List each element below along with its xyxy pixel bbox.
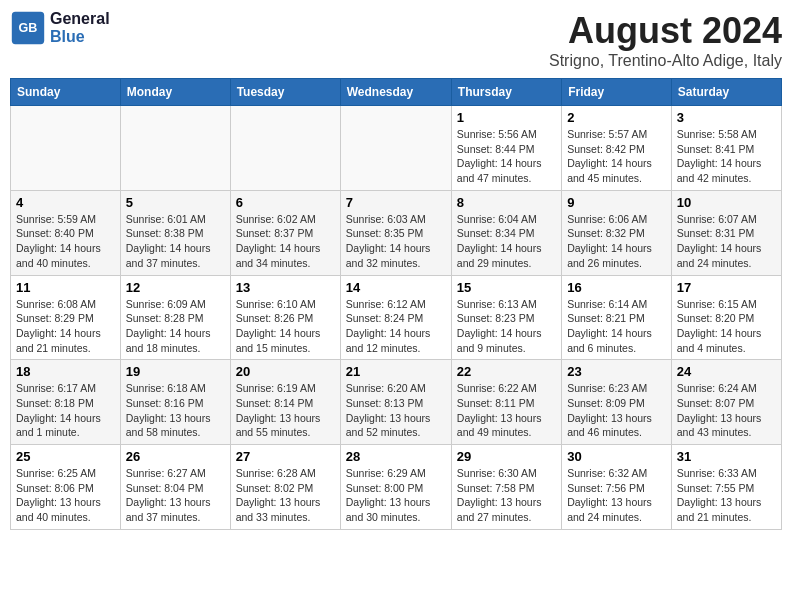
calendar-cell: 30Sunrise: 6:32 AM Sunset: 7:56 PM Dayli… — [562, 445, 672, 530]
week-row-3: 11Sunrise: 6:08 AM Sunset: 8:29 PM Dayli… — [11, 275, 782, 360]
calendar-cell: 2Sunrise: 5:57 AM Sunset: 8:42 PM Daylig… — [562, 106, 672, 191]
calendar-header-row: SundayMondayTuesdayWednesdayThursdayFrid… — [11, 79, 782, 106]
day-number: 7 — [346, 195, 446, 210]
day-info: Sunrise: 6:30 AM Sunset: 7:58 PM Dayligh… — [457, 466, 556, 525]
week-row-4: 18Sunrise: 6:17 AM Sunset: 8:18 PM Dayli… — [11, 360, 782, 445]
month-title: August 2024 — [549, 10, 782, 52]
calendar-cell — [120, 106, 230, 191]
day-info: Sunrise: 6:13 AM Sunset: 8:23 PM Dayligh… — [457, 297, 556, 356]
calendar-cell: 9Sunrise: 6:06 AM Sunset: 8:32 PM Daylig… — [562, 190, 672, 275]
logo: GB General Blue — [10, 10, 110, 46]
week-row-1: 1Sunrise: 5:56 AM Sunset: 8:44 PM Daylig… — [11, 106, 782, 191]
day-number: 26 — [126, 449, 225, 464]
day-info: Sunrise: 5:58 AM Sunset: 8:41 PM Dayligh… — [677, 127, 776, 186]
day-number: 15 — [457, 280, 556, 295]
day-number: 3 — [677, 110, 776, 125]
day-info: Sunrise: 6:15 AM Sunset: 8:20 PM Dayligh… — [677, 297, 776, 356]
day-info: Sunrise: 6:29 AM Sunset: 8:00 PM Dayligh… — [346, 466, 446, 525]
calendar-cell — [230, 106, 340, 191]
day-info: Sunrise: 5:56 AM Sunset: 8:44 PM Dayligh… — [457, 127, 556, 186]
day-number: 16 — [567, 280, 666, 295]
col-header-wednesday: Wednesday — [340, 79, 451, 106]
day-number: 31 — [677, 449, 776, 464]
day-info: Sunrise: 6:23 AM Sunset: 8:09 PM Dayligh… — [567, 381, 666, 440]
day-number: 20 — [236, 364, 335, 379]
calendar-cell: 11Sunrise: 6:08 AM Sunset: 8:29 PM Dayli… — [11, 275, 121, 360]
calendar-cell: 13Sunrise: 6:10 AM Sunset: 8:26 PM Dayli… — [230, 275, 340, 360]
day-number: 10 — [677, 195, 776, 210]
day-info: Sunrise: 6:10 AM Sunset: 8:26 PM Dayligh… — [236, 297, 335, 356]
calendar-cell: 4Sunrise: 5:59 AM Sunset: 8:40 PM Daylig… — [11, 190, 121, 275]
calendar-cell — [340, 106, 451, 191]
col-header-friday: Friday — [562, 79, 672, 106]
calendar-cell: 15Sunrise: 6:13 AM Sunset: 8:23 PM Dayli… — [451, 275, 561, 360]
day-number: 1 — [457, 110, 556, 125]
calendar-cell: 19Sunrise: 6:18 AM Sunset: 8:16 PM Dayli… — [120, 360, 230, 445]
day-number: 5 — [126, 195, 225, 210]
calendar-cell: 23Sunrise: 6:23 AM Sunset: 8:09 PM Dayli… — [562, 360, 672, 445]
day-number: 30 — [567, 449, 666, 464]
logo-icon: GB — [10, 10, 46, 46]
day-number: 17 — [677, 280, 776, 295]
day-info: Sunrise: 6:12 AM Sunset: 8:24 PM Dayligh… — [346, 297, 446, 356]
calendar-cell: 17Sunrise: 6:15 AM Sunset: 8:20 PM Dayli… — [671, 275, 781, 360]
calendar-cell — [11, 106, 121, 191]
day-number: 25 — [16, 449, 115, 464]
day-info: Sunrise: 6:17 AM Sunset: 8:18 PM Dayligh… — [16, 381, 115, 440]
day-number: 8 — [457, 195, 556, 210]
calendar-cell: 1Sunrise: 5:56 AM Sunset: 8:44 PM Daylig… — [451, 106, 561, 191]
day-info: Sunrise: 6:25 AM Sunset: 8:06 PM Dayligh… — [16, 466, 115, 525]
day-info: Sunrise: 6:03 AM Sunset: 8:35 PM Dayligh… — [346, 212, 446, 271]
day-number: 11 — [16, 280, 115, 295]
day-info: Sunrise: 6:24 AM Sunset: 8:07 PM Dayligh… — [677, 381, 776, 440]
day-number: 4 — [16, 195, 115, 210]
col-header-tuesday: Tuesday — [230, 79, 340, 106]
calendar-cell: 6Sunrise: 6:02 AM Sunset: 8:37 PM Daylig… — [230, 190, 340, 275]
calendar-cell: 31Sunrise: 6:33 AM Sunset: 7:55 PM Dayli… — [671, 445, 781, 530]
calendar-cell: 25Sunrise: 6:25 AM Sunset: 8:06 PM Dayli… — [11, 445, 121, 530]
day-info: Sunrise: 5:59 AM Sunset: 8:40 PM Dayligh… — [16, 212, 115, 271]
calendar-cell: 7Sunrise: 6:03 AM Sunset: 8:35 PM Daylig… — [340, 190, 451, 275]
day-number: 28 — [346, 449, 446, 464]
day-number: 14 — [346, 280, 446, 295]
calendar-cell: 26Sunrise: 6:27 AM Sunset: 8:04 PM Dayli… — [120, 445, 230, 530]
col-header-monday: Monday — [120, 79, 230, 106]
day-number: 24 — [677, 364, 776, 379]
calendar-cell: 20Sunrise: 6:19 AM Sunset: 8:14 PM Dayli… — [230, 360, 340, 445]
day-number: 13 — [236, 280, 335, 295]
day-info: Sunrise: 6:33 AM Sunset: 7:55 PM Dayligh… — [677, 466, 776, 525]
page-header: GB General Blue August 2024 Strigno, Tre… — [10, 10, 782, 70]
logo-text: General Blue — [50, 10, 110, 46]
day-info: Sunrise: 6:22 AM Sunset: 8:11 PM Dayligh… — [457, 381, 556, 440]
col-header-thursday: Thursday — [451, 79, 561, 106]
day-number: 12 — [126, 280, 225, 295]
calendar-cell: 27Sunrise: 6:28 AM Sunset: 8:02 PM Dayli… — [230, 445, 340, 530]
calendar-cell: 10Sunrise: 6:07 AM Sunset: 8:31 PM Dayli… — [671, 190, 781, 275]
calendar-cell: 12Sunrise: 6:09 AM Sunset: 8:28 PM Dayli… — [120, 275, 230, 360]
day-info: Sunrise: 6:27 AM Sunset: 8:04 PM Dayligh… — [126, 466, 225, 525]
calendar-cell: 22Sunrise: 6:22 AM Sunset: 8:11 PM Dayli… — [451, 360, 561, 445]
calendar-cell: 18Sunrise: 6:17 AM Sunset: 8:18 PM Dayli… — [11, 360, 121, 445]
day-info: Sunrise: 6:32 AM Sunset: 7:56 PM Dayligh… — [567, 466, 666, 525]
day-info: Sunrise: 6:07 AM Sunset: 8:31 PM Dayligh… — [677, 212, 776, 271]
col-header-sunday: Sunday — [11, 79, 121, 106]
day-info: Sunrise: 6:04 AM Sunset: 8:34 PM Dayligh… — [457, 212, 556, 271]
day-info: Sunrise: 6:20 AM Sunset: 8:13 PM Dayligh… — [346, 381, 446, 440]
day-number: 19 — [126, 364, 225, 379]
calendar-cell: 29Sunrise: 6:30 AM Sunset: 7:58 PM Dayli… — [451, 445, 561, 530]
svg-text:GB: GB — [19, 21, 38, 35]
day-info: Sunrise: 6:08 AM Sunset: 8:29 PM Dayligh… — [16, 297, 115, 356]
day-number: 23 — [567, 364, 666, 379]
day-info: Sunrise: 6:28 AM Sunset: 8:02 PM Dayligh… — [236, 466, 335, 525]
day-number: 29 — [457, 449, 556, 464]
calendar-cell: 8Sunrise: 6:04 AM Sunset: 8:34 PM Daylig… — [451, 190, 561, 275]
calendar-cell: 5Sunrise: 6:01 AM Sunset: 8:38 PM Daylig… — [120, 190, 230, 275]
day-number: 9 — [567, 195, 666, 210]
day-number: 18 — [16, 364, 115, 379]
day-number: 6 — [236, 195, 335, 210]
calendar-cell: 24Sunrise: 6:24 AM Sunset: 8:07 PM Dayli… — [671, 360, 781, 445]
day-number: 27 — [236, 449, 335, 464]
calendar-cell: 28Sunrise: 6:29 AM Sunset: 8:00 PM Dayli… — [340, 445, 451, 530]
day-number: 22 — [457, 364, 556, 379]
day-number: 21 — [346, 364, 446, 379]
